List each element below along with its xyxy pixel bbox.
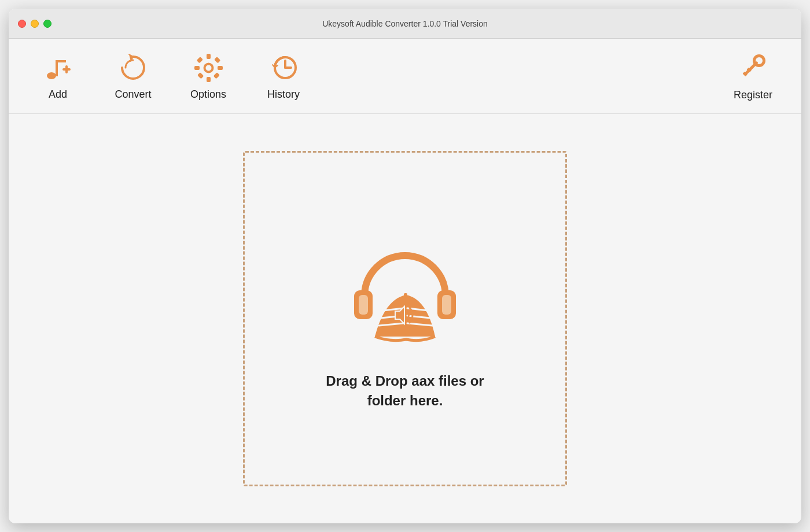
history-icon — [268, 52, 300, 84]
add-icon — [42, 52, 74, 84]
main-window: Ukeysoft Audible Converter 1.0.0 Trial V… — [9, 9, 801, 523]
toolbar-left-buttons: Add Convert — [20, 43, 321, 109]
svg-rect-24 — [359, 295, 368, 315]
svg-rect-1 — [56, 60, 58, 76]
drop-zone-line1: Drag & Drop aax files or — [326, 371, 484, 391]
minimize-button[interactable] — [31, 20, 39, 28]
toolbar-right: Register — [716, 42, 790, 110]
svg-rect-7 — [207, 54, 211, 59]
drop-zone-line2: folder here. — [326, 391, 484, 411]
toolbar: Add Convert — [9, 39, 801, 114]
svg-rect-4 — [65, 65, 68, 73]
svg-rect-13 — [197, 72, 204, 79]
add-label: Add — [49, 88, 67, 101]
svg-rect-9 — [194, 66, 200, 70]
register-button[interactable]: Register — [716, 42, 790, 110]
svg-point-0 — [47, 72, 56, 79]
svg-rect-11 — [196, 57, 203, 63]
traffic-lights — [18, 20, 51, 28]
close-button[interactable] — [18, 20, 26, 28]
svg-rect-8 — [207, 77, 211, 82]
window-title: Ukeysoft Audible Converter 1.0.0 Trial V… — [322, 19, 488, 28]
drop-zone-text: Drag & Drop aax files or folder here. — [326, 371, 484, 410]
svg-rect-20 — [744, 61, 759, 75]
register-icon — [737, 51, 769, 84]
options-button[interactable]: Options — [171, 43, 246, 109]
main-content: Drag & Drop aax files or folder here. — [9, 114, 801, 523]
add-button[interactable]: Add — [20, 43, 95, 109]
svg-rect-2 — [56, 60, 66, 62]
options-label: Options — [190, 88, 226, 101]
register-label: Register — [734, 89, 772, 101]
audiobook-icon — [341, 227, 469, 354]
title-bar: Ukeysoft Audible Converter 1.0.0 Trial V… — [9, 9, 801, 39]
options-icon — [193, 52, 224, 84]
svg-rect-14 — [213, 72, 219, 79]
svg-rect-10 — [218, 66, 223, 70]
convert-label: Convert — [115, 88, 151, 101]
maximize-button[interactable] — [43, 20, 51, 28]
svg-rect-12 — [214, 57, 220, 63]
svg-rect-26 — [442, 295, 451, 315]
drop-zone[interactable]: Drag & Drop aax files or folder here. — [243, 151, 567, 486]
convert-icon — [117, 52, 149, 84]
svg-point-6 — [205, 65, 211, 71]
convert-button[interactable]: Convert — [95, 43, 171, 109]
history-button[interactable]: History — [246, 43, 321, 109]
history-label: History — [267, 88, 300, 101]
